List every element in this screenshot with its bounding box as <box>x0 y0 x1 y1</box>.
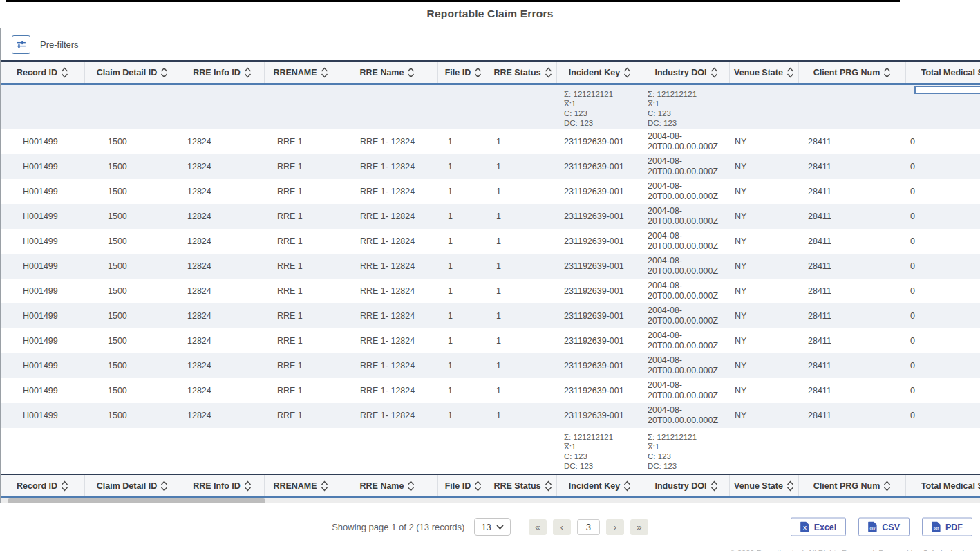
table-row[interactable]: H001499150012824RRE 1RRE 1- 128241123119… <box>1 279 980 303</box>
summary-cell-rre-status <box>489 428 557 474</box>
prefilters-label: Pre-filters <box>40 39 79 50</box>
column-header-incident-key[interactable]: Incident Key <box>557 475 643 496</box>
column-header-claim-detail-id[interactable]: Claim Detail ID <box>85 62 180 83</box>
cell-rre-status: 1 <box>489 403 557 428</box>
table-row[interactable]: H001499150012824RRE 1RRE 1- 128241123119… <box>1 378 980 403</box>
column-header-rre-status[interactable]: RRE Status <box>489 62 557 83</box>
cell-claim-detail-id: 1500 <box>85 353 180 378</box>
summary-stat: Σ: 121212121 <box>564 432 643 442</box>
column-header-industry-doi[interactable]: Industry DOI <box>643 475 730 496</box>
column-header-rre-info-id[interactable]: RRE Info ID <box>180 475 265 496</box>
cell-client-prg-num: 28411 <box>799 154 906 179</box>
cell-client-prg-num: 28411 <box>799 328 906 353</box>
cell-claim-detail-id: 1500 <box>85 179 180 204</box>
cell-industry-doi: 2004-08-20T00.00.00.000Z <box>643 353 730 378</box>
summary-cell-rrename <box>265 85 337 129</box>
column-header-rrename[interactable]: RRENAME <box>265 475 337 496</box>
cell-total-medical-spe: 0 <box>906 229 980 254</box>
export-button-label: PDF <box>945 522 963 532</box>
column-header-file-id[interactable]: File ID <box>438 62 489 83</box>
sort-chevrons-icon <box>786 67 794 78</box>
column-header-client-prg-num[interactable]: Client PRG Num <box>799 475 906 496</box>
table-row[interactable]: H001499150012824RRE 1RRE 1- 128241123119… <box>1 328 980 353</box>
cell-file-id: 1 <box>438 254 489 279</box>
sort-chevrons-icon <box>160 67 168 78</box>
last-page-button[interactable]: » <box>630 519 648 535</box>
column-filter-input[interactable] <box>914 86 980 94</box>
sort-chevrons-icon <box>710 480 718 492</box>
column-header-client-prg-num[interactable]: Client PRG Num <box>799 62 906 83</box>
column-header-rrename[interactable]: RRENAME <box>265 62 337 83</box>
previous-page-button[interactable]: ‹ <box>553 519 571 535</box>
sort-chevrons-icon <box>545 480 552 492</box>
svg-text:X: X <box>803 525 807 531</box>
first-page-button[interactable]: « <box>529 519 547 535</box>
column-header-file-id[interactable]: File ID <box>438 475 489 496</box>
column-header-claim-detail-id[interactable]: Claim Detail ID <box>85 475 180 496</box>
column-header-incident-key[interactable]: Incident Key <box>557 62 643 83</box>
sort-chevrons-icon <box>883 480 891 492</box>
table-row[interactable]: H001499150012824RRE 1RRE 1- 128241123119… <box>1 179 980 204</box>
column-header-rre-info-id[interactable]: RRE Info ID <box>180 62 265 83</box>
table-row[interactable]: H001499150012824RRE 1RRE 1- 128241123119… <box>1 229 980 254</box>
summary-stat: Σ: 121212121 <box>648 89 730 99</box>
cell-record-id: H001499 <box>1 328 85 353</box>
cell-file-id: 1 <box>438 204 489 229</box>
column-header-total-medical-spe[interactable]: Total Medical Spe <box>906 475 980 496</box>
table-footer-header-row: Record IDClaim Detail IDRRE Info IDRRENA… <box>1 474 980 498</box>
csv-export-button[interactable]: csv CSV <box>858 518 910 536</box>
cell-claim-detail-id: 1500 <box>85 328 180 353</box>
cell-rre-info-id: 12824 <box>180 403 265 428</box>
table-row[interactable]: H001499150012824RRE 1RRE 1- 128241123119… <box>1 303 980 328</box>
table-row[interactable]: H001499150012824RRE 1RRE 1- 128241123119… <box>1 403 980 428</box>
svg-text:csv: csv <box>870 527 876 530</box>
sort-chevrons-icon <box>474 480 482 492</box>
page-number-input[interactable] <box>577 519 600 535</box>
cell-record-id: H001499 <box>1 229 85 254</box>
scrollbar-thumb[interactable] <box>8 498 265 503</box>
summary-cell-claim-detail-id <box>85 428 180 474</box>
cell-rre-name: RRE 1- 12824 <box>337 353 438 378</box>
table-row[interactable]: H001499150012824RRE 1RRE 1- 128241123119… <box>1 353 980 378</box>
column-header-record-id[interactable]: Record ID <box>1 475 85 496</box>
table-row[interactable]: H001499150012824RRE 1RRE 1- 128241123119… <box>1 204 980 229</box>
column-header-rre-name[interactable]: RRE Name <box>337 475 438 496</box>
column-header-label: Industry DOI <box>654 481 706 491</box>
column-header-rre-status[interactable]: RRE Status <box>489 475 557 496</box>
cell-incident-key: 231192639-001 <box>557 229 643 254</box>
column-header-label: Record ID <box>17 481 57 491</box>
column-header-label: RRE Status <box>493 481 540 491</box>
table-row[interactable]: H001499150012824RRE 1RRE 1- 128241123119… <box>1 129 980 154</box>
prefilters-button[interactable] <box>12 35 30 54</box>
summary-stat: DC: 123 <box>564 461 643 471</box>
cell-industry-doi: 2004-08-20T00.00.00.000Z <box>643 328 730 353</box>
cell-rrename: RRE 1 <box>265 229 337 254</box>
column-header-rre-name[interactable]: RRE Name <box>337 62 438 83</box>
next-page-button[interactable]: › <box>606 519 624 535</box>
summary-cell-client-prg-num <box>799 428 906 474</box>
table-row[interactable]: H001499150012824RRE 1RRE 1- 128241123119… <box>1 254 980 279</box>
cell-rre-info-id: 12824 <box>180 229 265 254</box>
summary-stat: X̅:1 <box>564 99 643 109</box>
pdf-export-button[interactable]: pdf PDF <box>922 518 972 536</box>
summary-cell-rre-name <box>337 85 438 129</box>
excel-export-button[interactable]: X Excel <box>791 518 847 536</box>
column-header-record-id[interactable]: Record ID <box>1 62 85 83</box>
cell-venue-state: NY <box>730 204 799 229</box>
column-header-venue-state[interactable]: Venue State <box>730 62 799 83</box>
cell-venue-state: NY <box>730 303 799 328</box>
cell-rre-status: 1 <box>489 378 557 403</box>
cell-industry-doi: 2004-08-20T00.00.00.000Z <box>643 403 730 428</box>
column-header-venue-state[interactable]: Venue State <box>730 475 799 496</box>
cell-total-medical-spe: 0 <box>906 204 980 229</box>
column-header-total-medical-spe[interactable]: Total Medical Spe <box>906 62 980 83</box>
cell-total-medical-spe: 0 <box>906 303 980 328</box>
page-size-select[interactable]: 13 <box>474 518 510 536</box>
table-row[interactable]: H001499150012824RRE 1RRE 1- 128241123119… <box>1 154 980 179</box>
cell-claim-detail-id: 1500 <box>85 204 180 229</box>
sort-chevrons-icon <box>623 67 631 78</box>
horizontal-scrollbar[interactable] <box>1 498 980 503</box>
summary-cell-venue-state <box>730 85 799 129</box>
column-header-industry-doi[interactable]: Industry DOI <box>643 62 730 83</box>
report-panel: Pre-filters Record IDClaim Detail IDRRE … <box>0 28 980 503</box>
